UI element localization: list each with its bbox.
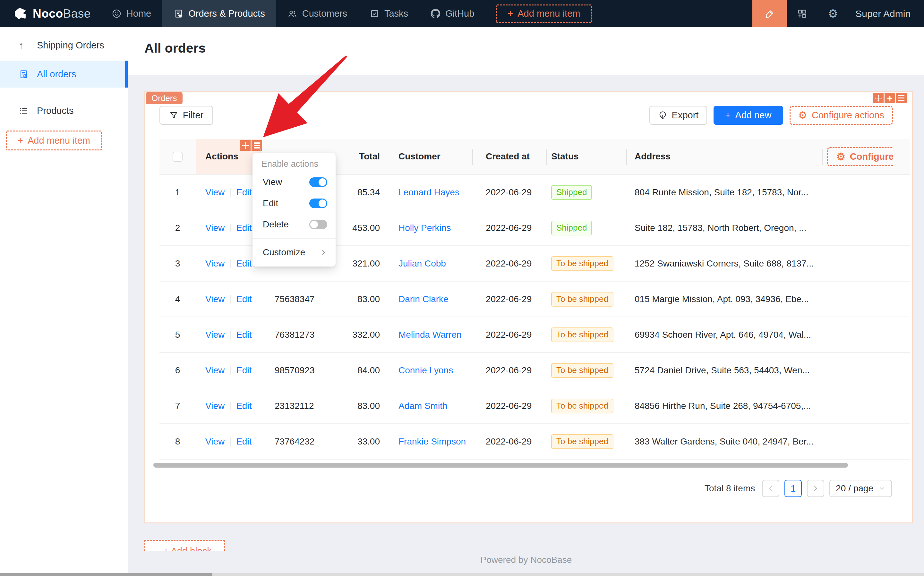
view-link[interactable]: View — [205, 401, 224, 411]
status-badge: Shipped — [551, 221, 592, 235]
user-menu[interactable]: Super Admin — [848, 8, 924, 19]
page-horizontal-scrollbar-thumb[interactable] — [0, 573, 212, 576]
row-actions-cell: View Edit — [196, 437, 261, 447]
nocobase-logo[interactable]: NocoBase — [0, 6, 101, 21]
block-settings-menu-button[interactable] — [896, 93, 907, 103]
customer-link[interactable]: Darin Clarke — [399, 294, 448, 304]
configure-columns-button[interactable]: ⚙ Configure columns — [827, 147, 893, 166]
row-number-cell: 2 — [159, 223, 196, 233]
created-at-cell: 2022-06-29 — [472, 437, 546, 447]
delete-toggle[interactable] — [309, 220, 327, 229]
status-badge: To be shipped — [551, 363, 613, 378]
plugins-button[interactable] — [787, 0, 817, 27]
customer-link[interactable]: Melinda Warren — [399, 330, 462, 340]
nav-item-customers[interactable]: Customers — [276, 0, 359, 27]
settings-button[interactable]: ⚙ — [817, 0, 848, 27]
drag-block-handle[interactable] — [873, 93, 884, 103]
customer-link[interactable]: Adam Smith — [399, 401, 448, 411]
edit-link[interactable]: Edit — [236, 330, 251, 340]
sidebar-item-shipping-orders[interactable]: ↑ Shipping Orders — [0, 32, 128, 59]
add-new-button[interactable]: + Add new — [714, 106, 783, 125]
prev-page-button[interactable] — [762, 480, 779, 497]
drag-column-handle[interactable] — [240, 140, 251, 151]
total-header-label: Total — [359, 151, 380, 162]
nav-item-github[interactable]: GitHub — [420, 0, 485, 27]
edit-link[interactable]: Edit — [236, 223, 251, 233]
total-cell: 83.00 — [341, 294, 386, 304]
customer-link[interactable]: Leonard Hayes — [399, 187, 460, 198]
view-link[interactable]: View — [205, 437, 224, 447]
created-at-cell: 2022-06-29 — [472, 187, 546, 198]
dropdown-item-label: Delete — [263, 219, 289, 230]
configure-actions-button[interactable]: ⚙ Configure actions — [789, 106, 893, 125]
navbar-menu: Home Orders & Products Customers — [101, 0, 486, 27]
add-block-button[interactable]: + Add block — [144, 540, 225, 550]
page-title: All orders — [144, 41, 206, 56]
view-toggle[interactable] — [309, 178, 327, 187]
dropdown-item-customize[interactable]: Customize — [253, 242, 336, 262]
status-cell: Shipped — [546, 221, 626, 235]
add-block-label: + Add block — [145, 541, 224, 550]
edit-link[interactable]: Edit — [236, 259, 251, 269]
address-cell: 5724 Daniel Drive, Suite 563, 54403, Wen… — [626, 365, 822, 376]
dropdown-item-view[interactable]: View — [253, 171, 336, 193]
edit-link[interactable]: Edit — [236, 437, 251, 447]
total-header-cell: Total — [341, 139, 386, 174]
navbar-add-menu-item-button[interactable]: + Add menu item — [496, 5, 592, 23]
customer-link[interactable]: Frankie Simpson — [399, 437, 466, 447]
view-link[interactable]: View — [205, 223, 224, 233]
edit-link[interactable]: Edit — [236, 401, 251, 411]
nav-item-orders-products[interactable]: Orders & Products — [162, 0, 276, 27]
customer-link[interactable]: Connie Lyons — [399, 365, 453, 376]
page-size-select[interactable]: 20 / page — [830, 480, 892, 497]
select-all-checkbox[interactable] — [173, 152, 183, 162]
row-actions-cell: View Edit — [196, 223, 261, 233]
customer-cell: Connie Lyons — [386, 365, 472, 376]
view-link[interactable]: View — [205, 294, 224, 304]
edit-link[interactable]: Edit — [236, 187, 251, 198]
nav-item-label: Customers — [302, 8, 347, 19]
nav-item-tasks[interactable]: Tasks — [359, 0, 420, 27]
sidebar-add-menu-item-button[interactable]: + Add menu item — [6, 131, 102, 150]
ui-editor-button[interactable] — [753, 0, 787, 27]
order-no-cell: 23132112 — [261, 401, 341, 411]
table-row: 8 View Edit 73764232 33.00 Frankie Simps… — [159, 424, 910, 459]
page-1-button[interactable]: 1 — [785, 480, 802, 497]
view-link[interactable]: View — [205, 330, 224, 340]
row-actions-cell: View Edit — [196, 365, 261, 376]
created-at-cell: 2022-06-29 — [472, 330, 546, 340]
customer-link[interactable]: Holly Perkins — [399, 223, 451, 233]
dropdown-title: Enable actions — [253, 156, 336, 171]
total-cell: 83.00 — [341, 401, 386, 411]
row-actions-cell: View Edit — [196, 294, 261, 304]
view-link[interactable]: View — [205, 259, 224, 269]
edit-link[interactable]: Edit — [236, 294, 251, 304]
sidebar-item-products[interactable]: Products — [0, 97, 128, 124]
filter-button[interactable]: Filter — [159, 106, 213, 125]
dropdown-item-delete[interactable]: Delete — [253, 214, 336, 235]
next-page-button[interactable] — [807, 480, 824, 497]
created-at-cell: 2022-06-29 — [472, 259, 546, 269]
customize-label: Customize — [263, 247, 305, 258]
block-add-button[interactable]: + — [884, 93, 895, 103]
sidebar-item-all-orders[interactable]: All orders — [0, 61, 128, 88]
table-horizontal-scrollbar-thumb[interactable] — [153, 463, 848, 467]
status-cell: To be shipped — [546, 256, 626, 271]
dropdown-divider — [253, 238, 336, 239]
page-horizontal-scrollbar[interactable] — [0, 573, 924, 576]
view-link[interactable]: View — [205, 365, 224, 376]
edit-link[interactable]: Edit — [236, 365, 251, 376]
view-link[interactable]: View — [205, 187, 224, 198]
export-button[interactable]: Export — [649, 106, 707, 125]
address-cell: 69934 Schoen River, Apt. 646, 49704, Wal… — [626, 330, 822, 340]
status-badge: To be shipped — [551, 398, 613, 413]
list-icon — [19, 106, 29, 116]
customer-cell: Julian Cobb — [386, 259, 472, 269]
status-badge: To be shipped — [551, 256, 613, 271]
customer-link[interactable]: Julian Cobb — [399, 259, 446, 269]
address-cell: 015 Margie Mission, Apt. 093, 34936, Ebe… — [626, 294, 822, 304]
dropdown-item-edit[interactable]: Edit — [253, 193, 336, 214]
edit-toggle[interactable] — [309, 198, 327, 208]
table-row: 5 View Edit 76381273 332.00 Melinda Warr… — [159, 317, 910, 353]
nav-item-home[interactable]: Home — [101, 0, 162, 27]
